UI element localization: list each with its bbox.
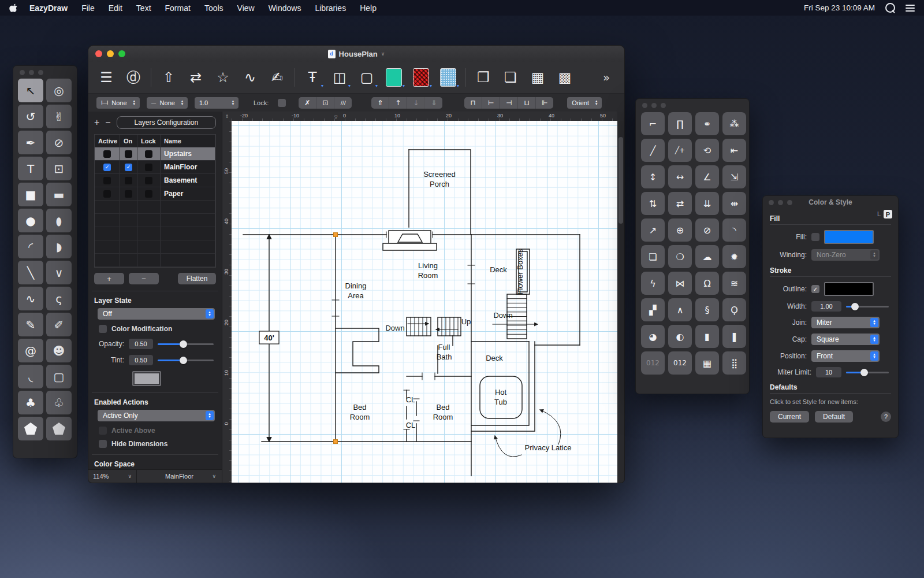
plan-label[interactable]: Down [493, 311, 512, 320]
dash-style-select[interactable]: — None ▲▼ [147, 97, 188, 109]
rect-callout-tool[interactable]: ❏ [641, 245, 665, 268]
plan-label[interactable]: Bath [437, 353, 452, 361]
menu-tools[interactable]: Tools [204, 3, 223, 13]
vertical-scrollbar[interactable] [617, 121, 624, 483]
rectangle-tool[interactable]: ■ [18, 183, 43, 206]
toolbar-overflow-button[interactable]: » [597, 66, 616, 89]
mesh-pattern-icon[interactable]: ▩ [555, 66, 575, 89]
pentagon-solid-tool[interactable] [18, 417, 43, 440]
width-value[interactable]: 1.00 [811, 301, 841, 312]
round-callout-tool[interactable]: ❍ [668, 245, 692, 268]
copy-style-icon[interactable]: ❐ [474, 66, 493, 89]
text-style-icon[interactable]: Ŧ▾ [303, 66, 322, 89]
search-icon[interactable] [885, 3, 895, 13]
position-select[interactable]: Front ▲▼ [811, 350, 880, 362]
corner-dimension-tool[interactable]: ⇲ [722, 165, 746, 188]
tree-connector-tool[interactable]: ⁂ [722, 112, 746, 135]
selection-handle[interactable] [334, 440, 338, 444]
dimension-add-point-tool[interactable]: ╱+ [668, 139, 692, 162]
layer-state-select[interactable]: Off ▲▼ [98, 308, 215, 320]
palette-window-dots[interactable] [13, 66, 77, 76]
color-style-title-bar[interactable]: Color & Style [763, 196, 898, 209]
halftone-pattern-tool[interactable]: ⣿ [722, 351, 746, 375]
fill-checkbox[interactable] [811, 233, 819, 241]
elbow-connector-tool[interactable]: ⌐ [641, 112, 665, 135]
angle-dimension-tool[interactable]: ∠ [695, 165, 719, 188]
minimize-button[interactable] [107, 50, 114, 57]
plan-label[interactable]: Privacy Latice [525, 443, 572, 452]
layer-lock-checkbox[interactable] [145, 177, 152, 184]
plan-label[interactable]: Tub [494, 398, 507, 406]
offset-dimension-tool[interactable]: ⇤ [722, 139, 746, 162]
layer-active-checkbox[interactable]: ✓ [103, 164, 111, 171]
knife-tool[interactable]: ✒ [18, 131, 43, 154]
menu-help[interactable]: Help [360, 3, 377, 13]
current-button[interactable]: Current [770, 411, 809, 423]
vertical-dimension-tool[interactable]: ↕ [641, 165, 665, 188]
bring-forward-button[interactable]: ↑ [389, 97, 407, 109]
menu-libraries[interactable]: Libraries [315, 3, 346, 13]
slider-thumb[interactable] [180, 357, 187, 364]
line-mode-icon[interactable]: L [877, 210, 881, 218]
plan-label[interactable]: Screened [423, 170, 456, 179]
layer-lock-checkbox[interactable] [145, 190, 152, 198]
concave-corner-tool[interactable]: ◟ [18, 365, 43, 388]
mirror-icon[interactable]: ⇄ [186, 66, 206, 89]
link-connector-tool[interactable]: ⚭ [695, 112, 719, 135]
floor-plan-drawing[interactable]: 40'ScreenedPorchLivingRoomDiningAreaDeck… [232, 121, 617, 483]
blob-rotate-tool[interactable]: ♣ [18, 391, 43, 414]
radius-dimension-tool[interactable]: ◝ [722, 218, 746, 242]
layer-on-checkbox[interactable] [125, 150, 132, 158]
diameter-dimension-tool[interactable]: ⊘ [695, 218, 719, 242]
flatten-button[interactable]: Flatten [178, 273, 216, 284]
plan-label[interactable]: Up [461, 317, 471, 326]
miter-limit-slider[interactable] [846, 372, 889, 373]
eazydraw-badge-icon[interactable]: ⓓ [124, 66, 143, 89]
layer-active-checkbox[interactable] [103, 150, 111, 158]
layer-row-basement[interactable]: Basement [95, 174, 215, 187]
line-ends-select[interactable]: I—I None ▲▼ [96, 97, 140, 109]
zigzag-line-tool[interactable]: ϟ [641, 272, 665, 295]
menu-view[interactable]: View [237, 3, 255, 13]
layer-row-upstairs[interactable]: Upstairs [95, 147, 215, 161]
apple-menu[interactable] [9, 3, 18, 13]
zoom-level-select[interactable]: 114% ∨ [88, 470, 137, 483]
plan-label[interactable]: Hot [495, 388, 507, 397]
help-button[interactable]: ? [881, 412, 891, 422]
opacity-value[interactable]: 0.50 [129, 339, 153, 349]
orient-select[interactable]: Orient ▲▼ [567, 97, 602, 109]
arc-tool[interactable]: ◜ [18, 235, 43, 258]
lock-checkbox[interactable] [278, 99, 286, 107]
title-chevron-icon[interactable]: ∨ [381, 51, 385, 57]
close-button[interactable] [95, 50, 102, 57]
center-mark-tool[interactable]: ⊕ [668, 218, 692, 242]
orient-bottom-button[interactable]: ⊔ [518, 97, 536, 109]
window-title[interactable]: HousePlan [339, 50, 378, 58]
ruler-labels-tool[interactable]: 012 [668, 351, 692, 375]
tint-value[interactable]: 0.50 [129, 355, 153, 365]
join-select[interactable]: Miter ▲▼ [811, 317, 880, 328]
brush-tool[interactable]: ✐ [46, 313, 72, 336]
crossover-line-tool[interactable]: ⋈ [668, 272, 692, 295]
remove-layer-button[interactable]: − [129, 273, 159, 284]
corner-style-icon[interactable]: ▢▾ [357, 66, 377, 89]
color-modification-checkbox[interactable] [99, 325, 107, 333]
menu-edit[interactable]: Edit [109, 3, 122, 13]
rotate-tool[interactable]: ↺ [18, 105, 43, 128]
hatch-fill-swatch[interactable]: ▾ [411, 66, 431, 89]
menu-clock[interactable]: Fri Sep 23 10:09 AM [804, 3, 875, 12]
round-blob-tool[interactable]: ▮ [695, 325, 719, 348]
texture-fill-swatch[interactable]: ▾ [438, 66, 458, 89]
enabled-actions-select[interactable]: Active Only ▲▼ [98, 410, 215, 421]
plan-label[interactable]: Bed [436, 403, 449, 412]
rounded-rect-tool[interactable]: ▢ [46, 365, 72, 388]
pentagon-tool[interactable] [46, 417, 72, 440]
stroke-color-well[interactable] [824, 282, 874, 296]
grid-pattern-icon[interactable]: ▦ [528, 66, 547, 89]
add-layer-button[interactable]: + [94, 273, 124, 284]
orient-right-button[interactable]: ⊣ [500, 97, 518, 109]
palette-window-dots[interactable] [636, 99, 749, 109]
cut-tool-button[interactable]: ✗ [299, 97, 316, 109]
pen-mode-icon[interactable]: P [884, 210, 892, 218]
half-disc-tool[interactable]: ◐ [668, 325, 692, 348]
